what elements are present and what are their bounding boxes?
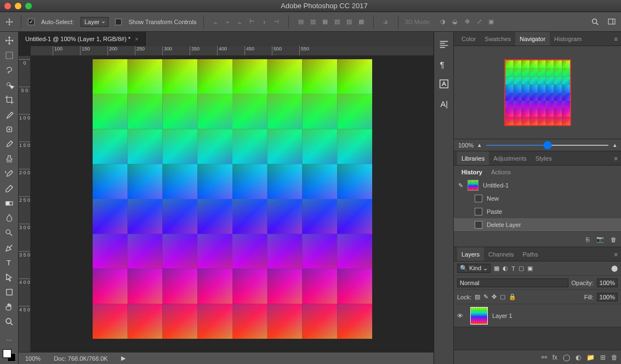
hand-tool[interactable]: [3, 300, 16, 313]
layer-style-icon[interactable]: fx: [552, 354, 557, 361]
tab-libraries[interactable]: Libraries: [457, 151, 489, 165]
history-doc-row[interactable]: ✎ Untitled-1: [454, 179, 621, 192]
glyphs-icon[interactable]: [438, 78, 450, 90]
auto-select-checkbox[interactable]: [28, 19, 35, 25]
layer-name[interactable]: Layer 1: [492, 312, 512, 319]
tab-swatches[interactable]: Swatches: [480, 32, 515, 46]
crop-tool[interactable]: [3, 93, 16, 106]
distribute-icon[interactable]: ▥: [307, 16, 318, 27]
quick-select-tool[interactable]: [3, 78, 16, 91]
align-hcenter-icon[interactable]: ⫞: [259, 16, 270, 27]
document-canvas[interactable]: [93, 59, 372, 339]
distribute-icon[interactable]: ▦: [320, 16, 331, 27]
paragraph-icon[interactable]: ¶: [438, 58, 450, 70]
lock-transparency-icon[interactable]: ▨: [475, 293, 480, 300]
type-tool[interactable]: T: [3, 256, 16, 269]
history-item[interactable]: Delete Layer: [454, 218, 621, 231]
distribute-icon[interactable]: ▨: [344, 16, 355, 27]
move-tool[interactable]: [3, 34, 16, 47]
character-icon[interactable]: A|: [438, 98, 450, 110]
tab-paths[interactable]: Paths: [519, 247, 543, 261]
align-right-icon[interactable]: ⊣: [271, 16, 282, 27]
blend-mode-dropdown[interactable]: Normal: [457, 278, 568, 287]
3d-orbit-icon[interactable]: ◑: [437, 16, 448, 27]
panel-menu-icon[interactable]: ≡: [614, 155, 618, 162]
search-icon[interactable]: [590, 17, 600, 27]
zoom-in-icon[interactable]: ▴: [613, 141, 617, 149]
group-icon[interactable]: 📁: [586, 354, 595, 361]
history-brush-tool[interactable]: [3, 167, 16, 180]
document-tab[interactable]: Untitled-1 @ 100% (Layer 1, RGB/8#) * ×: [19, 32, 146, 46]
gradient-tool[interactable]: [3, 197, 16, 209]
layer-thumbnail[interactable]: [470, 307, 488, 325]
tab-navigator[interactable]: Navigator: [515, 32, 550, 46]
3d-camera-icon[interactable]: ▣: [486, 16, 497, 27]
close-tab-icon[interactable]: ×: [135, 36, 138, 42]
tab-histogram[interactable]: Histogram: [550, 32, 586, 46]
zoom-out-icon[interactable]: ▴: [478, 141, 481, 149]
lock-position-icon[interactable]: ✥: [492, 293, 497, 300]
workspace-icon[interactable]: [607, 17, 617, 27]
3d-slide-icon[interactable]: ⤢: [474, 16, 485, 27]
distribute-icon[interactable]: ▤: [295, 16, 306, 27]
stamp-tool[interactable]: [3, 152, 16, 165]
pen-tool[interactable]: [3, 241, 16, 254]
shape-tool[interactable]: [3, 286, 16, 298]
status-arrow-icon[interactable]: ▶: [121, 355, 126, 362]
brush-tool[interactable]: [3, 138, 16, 150]
filter-adjustment-icon[interactable]: ◐: [503, 265, 508, 272]
layer-mask-icon[interactable]: ◯: [563, 354, 570, 361]
navigator-zoom-value[interactable]: 100%: [458, 142, 474, 149]
filter-pixel-icon[interactable]: ▦: [494, 265, 499, 272]
dodge-tool[interactable]: [3, 226, 16, 239]
tab-actions[interactable]: Actions: [487, 169, 515, 175]
eraser-tool[interactable]: [3, 182, 16, 195]
filter-shape-icon[interactable]: ▢: [519, 265, 524, 272]
tab-history[interactable]: History: [457, 169, 487, 175]
3d-pan-icon[interactable]: ✥: [462, 16, 472, 27]
ruler-horizontal[interactable]: 100150200250300350400450500550: [31, 46, 434, 56]
paragraph-styles-icon[interactable]: [438, 38, 450, 50]
history-item[interactable]: New: [454, 192, 621, 205]
color-swatches[interactable]: [2, 349, 17, 362]
tab-styles[interactable]: Styles: [531, 151, 556, 165]
lasso-tool[interactable]: [3, 64, 16, 76]
align-left-icon[interactable]: ⊢: [247, 16, 258, 27]
ruler-vertical[interactable]: 05 01 0 01 5 02 0 02 5 03 0 03 5 04 0 04…: [19, 56, 31, 352]
lock-all-icon[interactable]: 🔒: [509, 293, 516, 300]
delete-layer-icon[interactable]: 🗑: [611, 354, 618, 361]
window-zoom-button[interactable]: [25, 3, 32, 9]
window-minimize-button[interactable]: [15, 3, 21, 9]
align-top-icon[interactable]: ⫠: [210, 16, 221, 27]
create-document-icon[interactable]: ⎘: [586, 236, 590, 243]
opacity-value[interactable]: 100%: [597, 278, 618, 287]
distribute-icon[interactable]: ▧: [332, 16, 343, 27]
window-close-button[interactable]: [4, 3, 11, 9]
tab-channels[interactable]: Channels: [484, 247, 518, 261]
layer-item[interactable]: 👁 Layer 1: [454, 304, 621, 327]
layer-filter-kind[interactable]: 🔍 Kind ⌄: [457, 264, 491, 273]
auto-align-icon[interactable]: ⫡: [380, 16, 391, 27]
panel-menu-icon[interactable]: ≡: [614, 251, 618, 258]
tab-adjustments[interactable]: Adjustments: [489, 151, 531, 165]
path-select-tool[interactable]: [3, 271, 16, 283]
adjustment-layer-icon[interactable]: ◐: [576, 354, 581, 361]
panel-menu-icon[interactable]: ≡: [614, 36, 618, 42]
new-layer-icon[interactable]: ⊞: [600, 354, 606, 361]
healing-tool[interactable]: [3, 123, 16, 135]
status-doc-info[interactable]: Doc: 768.0K/768.0K: [54, 355, 107, 362]
tab-layers[interactable]: Layers: [457, 247, 484, 261]
eyedropper-tool[interactable]: [3, 108, 16, 121]
lock-image-icon[interactable]: ✎: [483, 293, 488, 300]
navigator-zoom-slider[interactable]: [486, 145, 609, 146]
3d-roll-icon[interactable]: ◒: [449, 16, 460, 27]
snapshot-icon[interactable]: 📷: [596, 236, 604, 243]
lock-artboard-icon[interactable]: ▢: [500, 293, 505, 300]
zoom-tool[interactable]: [3, 315, 16, 328]
visibility-icon[interactable]: 👁: [457, 312, 466, 319]
auto-select-target-dropdown[interactable]: Layer: [81, 17, 109, 27]
tab-color[interactable]: Color: [457, 32, 480, 46]
link-layers-icon[interactable]: ⚯: [542, 354, 547, 361]
distribute-icon[interactable]: ▩: [356, 16, 367, 27]
blur-tool[interactable]: [3, 212, 16, 224]
